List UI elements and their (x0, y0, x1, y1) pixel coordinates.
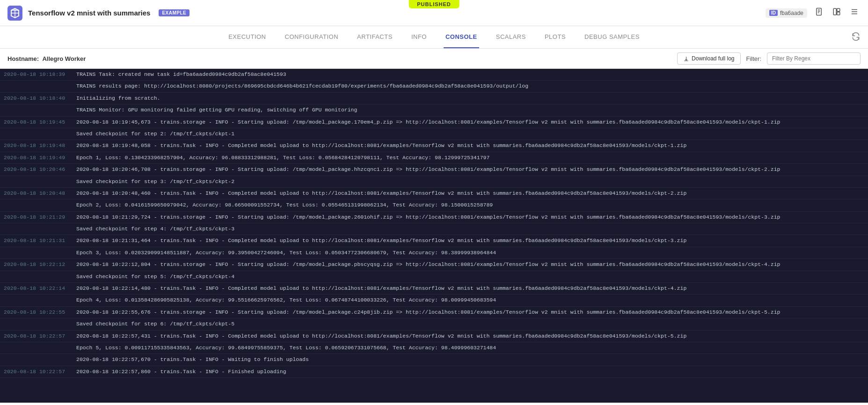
id-value: fba6aade (780, 10, 803, 16)
log-timestamp (0, 223, 73, 235)
log-timestamp (0, 354, 73, 365)
tab-configuration[interactable]: CONFIGURATION (283, 26, 341, 48)
tab-info[interactable]: INFO (409, 26, 429, 48)
log-content: Epoch 3, Loss: 0.020329099148511887, Acc… (73, 247, 868, 258)
log-row: 2020-08-18 10:21:292020-08-18 10:21:29,7… (0, 212, 868, 223)
id-badge: ID fba6aade (766, 8, 807, 18)
log-content: Saved checkpoint for step 3: /tmp/tf_ckp… (73, 176, 868, 187)
log-timestamp (0, 128, 73, 140)
published-banner: PUBLISHED (408, 0, 460, 8)
svg-rect-10 (837, 12, 840, 15)
log-row: Epoch 5, Loss: 0.009117155335843563, Acc… (0, 342, 868, 354)
refresh-icon (851, 32, 861, 41)
log-row: TRAINS Monitor: GPU monitoring failed ge… (0, 104, 868, 116)
log-timestamp (0, 318, 73, 330)
log-row: TRAINS results page: http://localhost:80… (0, 81, 868, 92)
log-row: 2020-08-18 10:21:312020-08-18 10:21:31,4… (0, 235, 868, 247)
log-row: Epoch 2, Loss: 0.04161599650979042, Accu… (0, 199, 868, 211)
log-timestamp (0, 81, 73, 92)
svg-rect-8 (833, 8, 836, 15)
log-content: 2020-08-18 10:20:46,708 - trains.storage… (73, 164, 868, 175)
log-timestamp (0, 271, 73, 282)
log-row: 2020-08-18 10:22:572020-08-18 10:22:57,4… (0, 331, 868, 342)
log-timestamp: 2020-08-18 10:18:39 (0, 69, 73, 80)
log-row: 2020-08-18 10:18:40Initializing from scr… (0, 93, 868, 104)
log-row: 2020-08-18 10:20:462020-08-18 10:20:46,7… (0, 164, 868, 176)
hostname-value: Allegro Worker (42, 55, 86, 62)
log-timestamp: 2020-08-18 10:22:12 (0, 259, 73, 270)
log-content: Saved checkpoint for step 2: /tmp/tf_ckp… (73, 128, 868, 140)
log-content: TRAINS Task: created new task id=fba6aad… (73, 69, 868, 80)
log-content: 2020-08-18 10:22:55,676 - trains.storage… (73, 307, 868, 318)
hostname-label: Hostname: Allegro Worker (7, 55, 671, 62)
log-timestamp: 2020-08-18 10:22:57 (0, 331, 73, 342)
log-row: Saved checkpoint for step 2: /tmp/tf_ckp… (0, 128, 868, 140)
log-content: Epoch 4, Loss: 0.013584286905825138, Acc… (73, 295, 868, 306)
log-row: Epoch 3, Loss: 0.020329099148511887, Acc… (0, 247, 868, 259)
log-content: 2020-08-18 10:19:48,058 - trains.Task - … (73, 140, 868, 151)
log-row: 2020-08-18 10:19:452020-08-18 10:19:45,6… (0, 117, 868, 128)
console-log: 2020-08-18 10:18:39TRAINS Task: created … (0, 69, 868, 403)
log-content: 2020-08-18 10:22:14,480 - trains.Task - … (73, 283, 868, 294)
log-row: 2020-08-18 10:19:482020-08-18 10:19:48,0… (0, 140, 868, 152)
log-timestamp (0, 247, 73, 258)
log-row: Saved checkpoint for step 4: /tmp/tf_ckp… (0, 223, 868, 235)
refresh-icon-button[interactable] (851, 32, 861, 43)
log-row: 2020-08-18 10:20:482020-08-18 10:20:48,4… (0, 188, 868, 199)
log-row: Epoch 4, Loss: 0.013584286905825138, Acc… (0, 295, 868, 306)
log-row: Saved checkpoint for step 6: /tmp/tf_ckp… (0, 318, 868, 330)
layout-icon (832, 7, 841, 16)
svg-rect-9 (837, 8, 840, 11)
log-timestamp (0, 176, 73, 187)
log-row: Saved checkpoint for step 5: /tmp/tf_ckp… (0, 271, 868, 283)
log-content: Saved checkpoint for step 4: /tmp/tf_ckp… (73, 223, 868, 235)
tab-artifacts[interactable]: ARTIFACTS (355, 26, 394, 48)
filter-input[interactable] (767, 52, 861, 65)
log-content: 2020-08-18 10:22:12,804 - trains.storage… (73, 259, 868, 270)
log-content: 2020-08-18 10:21:29,724 - trains.storage… (73, 212, 868, 223)
log-content: Epoch 2, Loss: 0.04161599650979042, Accu… (73, 199, 868, 211)
log-timestamp (0, 295, 73, 306)
log-content: TRAINS Monitor: GPU monitoring failed ge… (73, 104, 868, 116)
log-row: 2020-08-18 10:22:122020-08-18 10:22:12,8… (0, 259, 868, 271)
log-content: TRAINS results page: http://localhost:80… (73, 81, 868, 92)
tab-scalars[interactable]: SCALARS (494, 26, 528, 48)
trains-logo (7, 6, 22, 21)
page-title: Tensorflow v2 mnist with summaries (28, 9, 150, 17)
top-right-actions: ID fba6aade (766, 6, 861, 20)
nav-tabs: EXECUTION CONFIGURATION ARTIFACTS INFO C… (0, 26, 868, 49)
log-timestamp: 2020-08-18 10:20:46 (0, 164, 73, 175)
tab-debug-samples[interactable]: DEBUG SAMPLES (583, 26, 642, 48)
log-timestamp: 2020-08-18 10:19:49 (0, 152, 73, 163)
log-row: 2020-08-18 10:19:49Epoch 1, Loss: 0.1304… (0, 152, 868, 164)
top-bar: PUBLISHED Tensorflow v2 mnist with summa… (0, 0, 868, 26)
tab-execution[interactable]: EXECUTION (226, 26, 268, 48)
menu-icon (850, 7, 859, 16)
log-row: 2020-08-18 10:22:142020-08-18 10:22:14,4… (0, 283, 868, 295)
hostname-prefix: Hostname: (7, 55, 39, 62)
download-icon (683, 56, 689, 62)
console-toolbar: Hostname: Allegro Worker Download full l… (0, 49, 868, 69)
download-full-log-button[interactable]: Download full log (677, 52, 740, 65)
log-timestamp: 2020-08-18 10:21:31 (0, 235, 73, 246)
log-timestamp: 2020-08-18 10:22:57 (0, 366, 73, 377)
log-row: 2020-08-18 10:22:57,670 - trains.Task - … (0, 354, 868, 366)
menu-icon-button[interactable] (848, 6, 861, 20)
log-content: Initializing from scratch. (73, 93, 868, 104)
log-timestamp: 2020-08-18 10:19:45 (0, 117, 73, 128)
log-timestamp: 2020-08-18 10:22:55 (0, 307, 73, 318)
log-timestamp: 2020-08-18 10:22:14 (0, 283, 73, 294)
log-timestamp: 2020-08-18 10:19:48 (0, 140, 73, 151)
log-timestamp (0, 199, 73, 211)
log-content: Saved checkpoint for step 6: /tmp/tf_ckp… (73, 318, 868, 330)
document-icon-button[interactable] (813, 6, 825, 20)
tab-console[interactable]: CONSOLE (444, 26, 479, 48)
tab-plots[interactable]: PLOTS (543, 26, 568, 48)
log-timestamp: 2020-08-18 10:20:48 (0, 188, 73, 199)
log-row: 2020-08-18 10:18:39TRAINS Task: created … (0, 69, 868, 81)
filter-label: Filter: (746, 55, 762, 62)
id-label: ID (769, 10, 778, 16)
example-badge: EXAMPLE (159, 9, 190, 16)
layout-icon-button[interactable] (831, 6, 843, 20)
log-timestamp (0, 342, 73, 353)
